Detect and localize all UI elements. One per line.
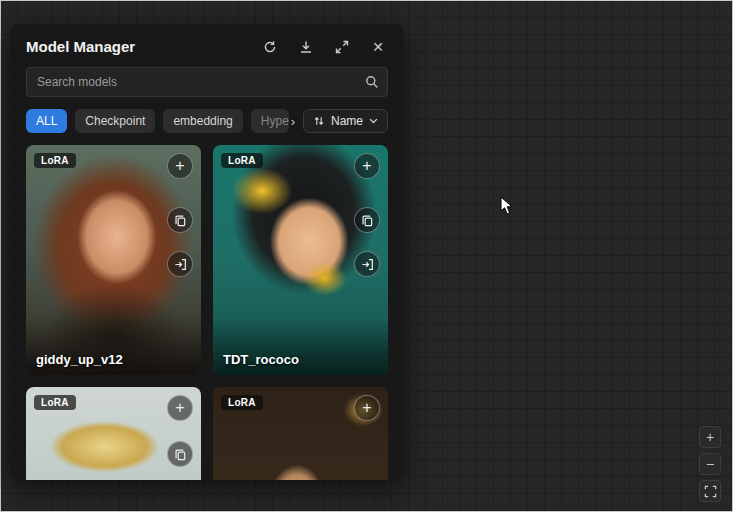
canvas-zoom-toolbar: + − [699, 426, 721, 502]
search-input[interactable] [35, 74, 365, 90]
model-name: giddy_up_v12 [36, 352, 123, 367]
copy-icon[interactable] [167, 207, 193, 233]
download-icon[interactable] [298, 39, 314, 55]
model-type-badge: LoRA [34, 395, 76, 410]
copy-icon[interactable] [354, 207, 380, 233]
zoom-out-button[interactable]: − [699, 453, 721, 475]
model-card[interactable]: LoRA + [213, 387, 388, 480]
filter-chip-all[interactable]: ALL [26, 109, 67, 133]
header-actions: ✕ [262, 39, 386, 55]
add-model-button[interactable]: + [354, 153, 380, 179]
model-type-badge: LoRA [221, 395, 263, 410]
add-model-button[interactable]: + [167, 153, 193, 179]
load-model-icon[interactable] [167, 251, 193, 277]
fit-view-button[interactable] [699, 480, 721, 502]
model-type-badge: LoRA [221, 153, 263, 168]
sort-label: Name [331, 114, 363, 128]
add-model-button[interactable]: + [354, 395, 380, 421]
refresh-icon[interactable] [262, 39, 278, 55]
load-model-icon[interactable] [354, 251, 380, 277]
model-card[interactable]: LoRA + [26, 387, 201, 480]
model-card[interactable]: LoRA + TDT_rococo [213, 145, 388, 375]
zoom-in-button[interactable]: + [699, 426, 721, 448]
sort-dropdown[interactable]: Name [303, 109, 388, 133]
model-manager-panel: Model Manager ✕ ALL Checkpoint embedding… [10, 24, 404, 480]
model-grid: LoRA + giddy_up_v12 LoRA + TDT_rococo [26, 145, 388, 480]
model-card[interactable]: LoRA + giddy_up_v12 [26, 145, 201, 375]
add-model-button[interactable]: + [167, 395, 193, 421]
panel-header: Model Manager ✕ [10, 24, 404, 65]
chevron-down-icon [369, 118, 378, 124]
sort-arrows-icon [313, 115, 325, 127]
expand-icon[interactable] [334, 39, 350, 55]
filter-bar: ALL Checkpoint embedding Hype › Name [26, 109, 388, 133]
panel-title: Model Manager [26, 38, 262, 55]
close-icon[interactable]: ✕ [370, 39, 386, 55]
model-type-badge: LoRA [34, 153, 76, 168]
filter-chip-hypernetwork[interactable]: Hype [251, 109, 289, 133]
copy-icon[interactable] [167, 441, 193, 467]
filter-chip-embedding[interactable]: embedding [163, 109, 242, 133]
search-icon [365, 75, 379, 89]
chips-scroll-more-icon[interactable]: › [291, 114, 295, 129]
mouse-cursor [500, 196, 514, 220]
filter-chip-checkpoint[interactable]: Checkpoint [75, 109, 155, 133]
model-name: TDT_rococo [223, 352, 299, 367]
search-bar [26, 67, 388, 97]
